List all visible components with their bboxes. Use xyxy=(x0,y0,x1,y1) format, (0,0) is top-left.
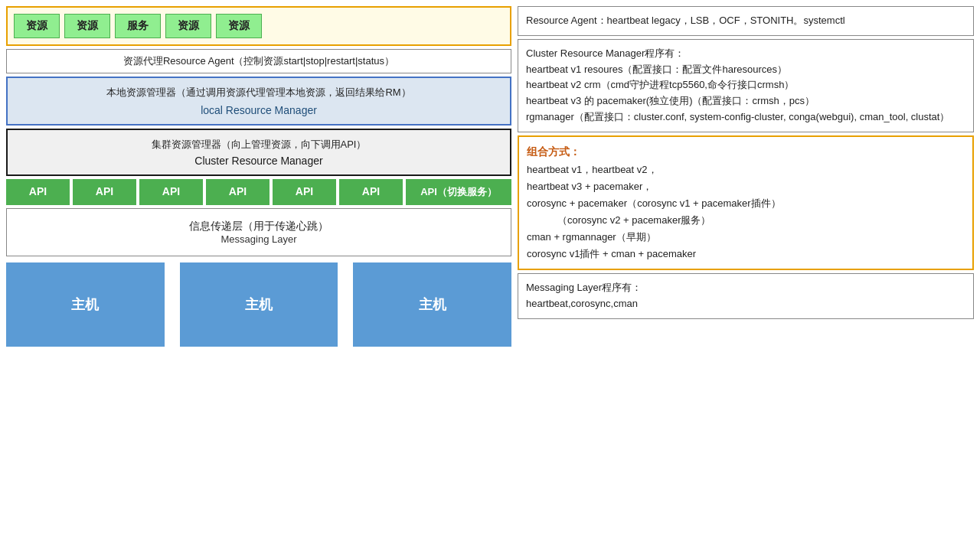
api-row: APIAPIAPIAPIAPIAPIAPI（切换服务） xyxy=(6,179,511,205)
lrm-main-text: 本地资源管理器（通过调用资源代理管理本地资源，返回结果给RM） xyxy=(15,86,502,99)
resource-item: 服务 xyxy=(115,14,161,38)
combo-line: heartbeat v1，heartbeat v2， xyxy=(527,161,965,178)
crm-info-lines: heartbeat v1 resoures（配置接口：配置文件haresourc… xyxy=(526,62,965,126)
messaging-sub-text: Messaging Layer xyxy=(15,233,503,245)
resource-agent-info-text: Resource Agent：heartbeat legacy，LSB，OCF，… xyxy=(526,15,845,26)
resource-agent-info-box: Resource Agent：heartbeat legacy，LSB，OCF，… xyxy=(518,6,974,36)
api-item: API xyxy=(273,179,336,205)
host-box: 主机 xyxy=(6,262,165,347)
combo-line: （corosync v2 + pacemaker服务） xyxy=(557,212,965,229)
hosts-row: 主机主机主机 xyxy=(6,262,511,347)
resources-box: 资源资源服务资源资源 xyxy=(6,6,511,46)
api-item-special: API（切换服务） xyxy=(406,179,511,205)
combo-line: cman + rgmannager（早期） xyxy=(527,229,965,246)
combo-title: 组合方式： xyxy=(527,143,965,161)
api-item: API xyxy=(139,179,203,205)
api-item: API xyxy=(73,179,136,205)
combo-box: 组合方式： heartbeat v1，heartbeat v2，heartbea… xyxy=(518,135,974,270)
api-item: API xyxy=(6,179,70,205)
combo-line: corosync v1插件 + cman + pacemaker xyxy=(527,246,965,262)
host-box: 主机 xyxy=(353,262,511,347)
messaging-info-text: heartbeat,corosync,cman xyxy=(526,296,965,312)
crm-info-line: rgmanager（配置接口：cluster.conf, system-conf… xyxy=(526,109,965,126)
resource-agent-bar: 资源代理Resource Agent（控制资源start|stop|restar… xyxy=(6,49,511,73)
crm-sub-text: Cluster Resource Manager xyxy=(15,155,502,167)
combo-line: heartbeat v3 + pacemaker， xyxy=(527,178,965,195)
crm-main-text: 集群资源管理器（向上管理资源，向下调用API） xyxy=(15,138,502,152)
messaging-main-text: 信息传递层（用于传递心跳） xyxy=(15,220,503,233)
resource-item: 资源 xyxy=(14,14,60,38)
crm-info-line: heartbeat v1 resoures（配置接口：配置文件haresourc… xyxy=(526,62,965,78)
combo-lines: heartbeat v1，heartbeat v2，heartbeat v3 +… xyxy=(527,161,965,263)
crm-info-title: Cluster Resource Manager程序有： xyxy=(526,46,965,62)
resource-item: 资源 xyxy=(216,14,262,38)
crm-info-box: Cluster Resource Manager程序有： heartbeat v… xyxy=(518,39,974,132)
left-panel: 资源资源服务资源资源 资源代理Resource Agent（控制资源start|… xyxy=(6,6,511,545)
crm-info-line: heartbeat v3 的 pacemaker(独立使用)（配置接口：crms… xyxy=(526,93,965,109)
api-item: API xyxy=(206,179,270,205)
api-item: API xyxy=(339,179,403,205)
messaging-info-box: Messaging Layer程序有： heartbeat,corosync,c… xyxy=(518,273,974,319)
crm-box: 集群资源管理器（向上管理资源，向下调用API） Cluster Resource… xyxy=(6,129,511,176)
main-container: 资源资源服务资源资源 资源代理Resource Agent（控制资源start|… xyxy=(0,0,980,551)
messaging-info-title: Messaging Layer程序有： xyxy=(526,280,965,296)
lrm-sub-text: local Resource Manager xyxy=(15,104,502,116)
right-panel: Resource Agent：heartbeat legacy，LSB，OCF，… xyxy=(518,6,974,545)
host-box: 主机 xyxy=(180,262,338,347)
combo-line: corosync + pacemaker（corosync v1 + pacem… xyxy=(527,195,965,212)
resource-item: 资源 xyxy=(64,14,110,38)
messaging-box: 信息传递层（用于传递心跳） Messaging Layer xyxy=(6,208,511,256)
resource-item: 资源 xyxy=(165,14,211,38)
lrm-box: 本地资源管理器（通过调用资源代理管理本地资源，返回结果给RM） local Re… xyxy=(6,77,511,126)
crm-info-line: heartbeat v2 crm（cmd守护进程tcp5560,命令行接口crm… xyxy=(526,77,965,93)
resource-items: 资源资源服务资源资源 xyxy=(14,14,504,38)
